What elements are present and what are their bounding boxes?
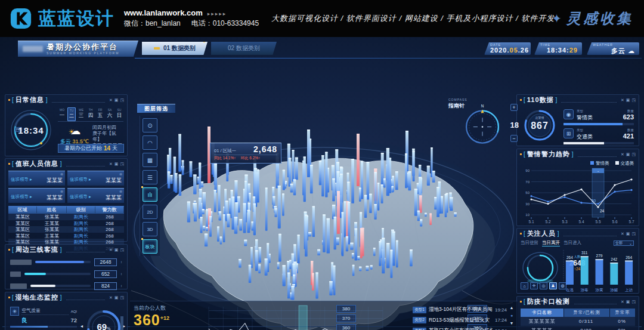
alarm-row[interactable]: 类型2RD13-53烟感报警疑似火灾17:24: [413, 316, 507, 325]
layer-button-stats[interactable]: ılı: [143, 187, 157, 202]
card-close-icon[interactable]: ⊗: [119, 189, 122, 193]
duty-leader-card[interactable]: 值班领导 ▸某某某⊗: [67, 171, 124, 186]
weekday-cn: 三: [79, 112, 84, 119]
panel-minimize-icon[interactable]: ✕: [109, 248, 113, 252]
panel-minimize-icon[interactable]: ✕: [621, 98, 624, 102]
panel-window-icon[interactable]: ▣: [114, 162, 119, 166]
platform-title: 暑期办公协作平台: [47, 43, 119, 51]
panel-window-icon[interactable]: ▣: [114, 248, 119, 252]
total-alarm-gauge: 总警情 867: [523, 109, 556, 142]
layer-button-list[interactable]: ☰: [143, 170, 157, 184]
collect-label: 灵感收集: [566, 9, 633, 28]
weekday-en: TU: [70, 109, 74, 112]
duty-table-row: 某某区王某某副局长268: [8, 233, 124, 239]
panel-minimize-icon[interactable]: ✕: [109, 162, 113, 166]
flow-tick-icon: ↕: [120, 260, 122, 264]
alarm-row[interactable]: 类型1湿地3-104片区有不明人员闯入19:24: [413, 306, 507, 314]
weekday-cell[interactable]: SU日: [115, 107, 123, 121]
panel-expand-icon[interactable]: ◳: [631, 232, 636, 236]
panel-expand-icon[interactable]: ◳: [120, 295, 124, 300]
gauge-slider[interactable]: [120, 316, 123, 330]
panel-minimize-icon[interactable]: ✕: [621, 152, 624, 156]
tool-icon[interactable]: ✛: [530, 282, 538, 289]
weekday-cell[interactable]: MO一: [58, 107, 66, 121]
tab-data-category-1[interactable]: 01 数据类别: [142, 42, 208, 55]
card-close-icon[interactable]: ⊗: [60, 172, 63, 176]
panel-expand-icon[interactable]: ◳: [631, 152, 636, 156]
layer-button-mode-3d[interactable]: 3D: [143, 222, 157, 236]
duty-leader-card[interactable]: 值班领导 ▸某某某⊗: [8, 188, 65, 203]
layer-button-radar[interactable]: ◠: [143, 135, 157, 150]
panel-minimize-icon[interactable]: ✕: [109, 295, 113, 300]
tab-active-marker: [154, 47, 160, 50]
weekday-cell[interactable]: WE三: [77, 107, 85, 121]
zoom-out-button[interactable]: −: [510, 135, 518, 142]
panel-window-icon[interactable]: ▣: [626, 232, 630, 236]
svg-text:5.7: 5.7: [628, 220, 634, 224]
scroll-up-icon[interactable]: ▲: [510, 306, 514, 310]
website-link[interactable]: www.lanlanwork.com: [124, 8, 203, 17]
panel-wetland-monitor: [湿地生态监控]✕▣◳ ✳空气质量AQI 良72 ♪环境噪音分贝 正常61 69…: [5, 292, 128, 330]
panel-alarm-trend: [警情警力趋势]✕▣◳ 警情类 交通类 9070503010⌄30245.15.…: [516, 149, 639, 226]
focus-count-gauge: 人数 2648 ↑24: [522, 250, 559, 285]
panel-window-icon[interactable]: ▣: [626, 98, 630, 102]
compass-dial[interactable]: N: [462, 104, 503, 146]
time-plate: TIME 18:34:29: [534, 42, 582, 55]
svg-text:涉赌: 涉赌: [609, 288, 618, 292]
office-count-block: 当前办公人数 360+12 今日数据 历史数据: [134, 304, 184, 330]
duty-leader-card[interactable]: 值班领导 ▸某某某⊗: [67, 188, 124, 203]
panel-window-icon[interactable]: ▣: [626, 152, 630, 156]
panel-minimize-icon[interactable]: ✕: [109, 98, 113, 102]
panel-minimize-icon[interactable]: ✕: [621, 300, 624, 304]
panel-110-data: [110数据]✕▣◳ 总警情 867 ◉ 类型数量 警情类623 ⊞: [516, 94, 639, 146]
gauge-left-arrow[interactable]: ◂: [80, 323, 83, 329]
region-tooltip[interactable]: 01 / 区域一 2,648 同比 14.1%↑ 环比 6.2%↑: [210, 143, 281, 164]
checkpoint-name: 某某某某: [521, 327, 564, 330]
panel-minimize-icon[interactable]: ✕: [621, 232, 624, 236]
target-icon[interactable]: ◎: [540, 282, 547, 289]
tab-data-category-2[interactable]: 02 数据类别: [211, 42, 277, 55]
weekday-cn: 六: [107, 112, 113, 119]
weekday-cell[interactable]: TH四: [86, 107, 95, 121]
clock-time: 18:34: [10, 125, 52, 135]
aqi-value: 72: [70, 317, 77, 323]
panel-expand-icon[interactable]: ◳: [631, 98, 636, 102]
focus-tab[interactable]: 当日驻留: [521, 240, 538, 246]
panel-expand-icon[interactable]: ◳: [120, 98, 124, 102]
layer-button-camera[interactable]: ⊙: [143, 118, 157, 132]
zoom-in-button[interactable]: +: [510, 104, 518, 111]
flow-track: [30, 285, 91, 287]
scroll-down-icon[interactable]: ▼: [510, 321, 514, 325]
layer-button-deploy[interactable]: ▦: [143, 153, 157, 167]
flow-label-blur: [10, 272, 21, 277]
duty-leader-card[interactable]: 值班领导 ▸某某某⊗: [8, 171, 65, 186]
panel-window-icon[interactable]: ▣: [114, 98, 119, 102]
card-close-icon[interactable]: ⊗: [119, 172, 122, 176]
inspiration-collect[interactable]: ✦ 灵感收集: [552, 0, 633, 37]
summer-notice-bar: 暑期办公已开始14天: [58, 144, 124, 153]
weekday-cell[interactable]: SA六: [106, 107, 114, 121]
focus-tab[interactable]: 当日离开: [542, 240, 560, 246]
weekday-cell[interactable]: TU二: [67, 107, 76, 121]
focus-filter-dropdown[interactable]: 全部⌄: [614, 240, 634, 246]
weekday-cell[interactable]: FR五: [96, 107, 104, 121]
duty-table-row: 某某区张某某副局长268: [8, 214, 124, 220]
alarm-type-badge: 类型4: [413, 328, 426, 330]
svg-text:50: 50: [525, 191, 530, 195]
person-icon[interactable]: ♟: [549, 282, 557, 289]
panel-expand-icon[interactable]: ◳: [120, 248, 124, 252]
zoom-level-value: 18: [510, 121, 519, 129]
panel-expand-icon[interactable]: ◳: [120, 162, 124, 166]
layer-button-sector[interactable]: 板块: [143, 239, 157, 254]
panel-window-icon[interactable]: ▣: [626, 300, 630, 304]
alarm-row[interactable]: 类型4某路口有小汽车连闯三个红灯19:24: [413, 326, 507, 330]
layer-button-mode-2d[interactable]: 2D: [143, 205, 157, 219]
panel-expand-icon[interactable]: ◳: [631, 300, 636, 304]
card-close-icon[interactable]: ⊗: [60, 189, 63, 193]
flow-value: 824: [94, 282, 117, 290]
duty-leader-cards: 值班领导 ▸某某某⊗值班领导 ▸某某某⊗值班领导 ▸某某某⊗值班领导 ▸某某某⊗: [5, 169, 127, 205]
focus-tab[interactable]: 当日进入: [564, 240, 581, 246]
humidity-gauge: 69%: [85, 309, 122, 330]
home-icon[interactable]: ⌂: [521, 282, 528, 289]
panel-window-icon[interactable]: ▣: [114, 295, 119, 300]
